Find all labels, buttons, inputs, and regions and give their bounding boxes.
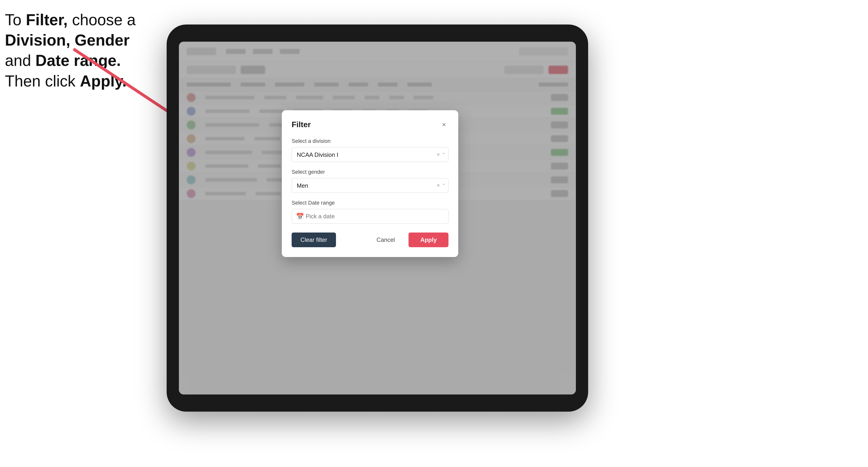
instruction-bold-apply: Apply.	[80, 72, 127, 90]
date-input-wrapper: 📅	[291, 209, 448, 224]
instruction-bold-filter: Filter,	[26, 11, 68, 29]
division-clear-icon[interactable]: ×	[437, 151, 440, 158]
modal-footer: Clear filter Cancel Apply	[291, 232, 448, 247]
clear-filter-button[interactable]: Clear filter	[291, 232, 336, 247]
instruction-line1: To Filter, choose a	[5, 11, 136, 29]
instruction-bold-division-gender: Division, Gender	[5, 31, 130, 49]
division-select-wrapper: NCAA Division I × ⌃	[291, 147, 448, 162]
gender-label: Select gender	[291, 169, 448, 175]
modal-title: Filter	[291, 120, 311, 129]
modal-close-button[interactable]: ×	[440, 120, 448, 129]
gender-form-group: Select gender Men × ⌃	[291, 169, 448, 193]
tablet-frame: Filter × Select a division NCAA Division…	[167, 25, 588, 412]
modal-header: Filter ×	[291, 120, 448, 129]
footer-right-buttons: Cancel Apply	[368, 232, 448, 247]
gender-clear-icon[interactable]: ×	[437, 182, 440, 189]
filter-modal: Filter × Select a division NCAA Division…	[282, 110, 458, 257]
date-label: Select Date range	[291, 200, 448, 206]
instruction-bold-date: Date range.	[35, 52, 121, 69]
division-form-group: Select a division NCAA Division I × ⌃	[291, 138, 448, 162]
date-input[interactable]	[291, 209, 448, 224]
tablet-screen: Filter × Select a division NCAA Division…	[179, 42, 576, 395]
gender-select[interactable]: Men	[291, 178, 448, 193]
instruction-line4: Then click Apply.	[5, 72, 127, 90]
date-form-group: Select Date range 📅	[291, 200, 448, 224]
instruction-line3: and Date range.	[5, 52, 121, 69]
gender-select-wrapper: Men × ⌃	[291, 178, 448, 193]
apply-button[interactable]: Apply	[408, 232, 448, 247]
division-select[interactable]: NCAA Division I	[291, 147, 448, 162]
instruction-panel: To Filter, choose a Division, Gender and…	[5, 10, 136, 91]
cancel-button[interactable]: Cancel	[368, 232, 404, 247]
division-label: Select a division	[291, 138, 448, 144]
